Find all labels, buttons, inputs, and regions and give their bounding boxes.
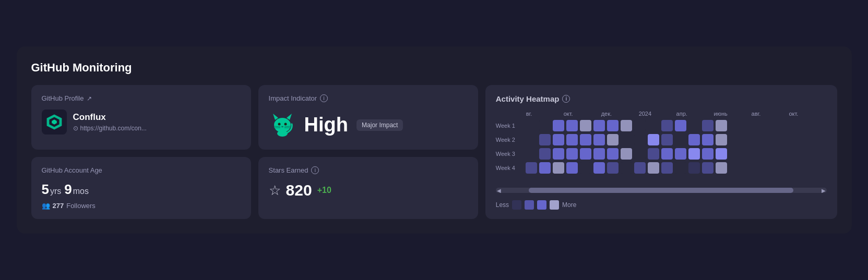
svg-marker-5 [287,114,292,120]
heatmap-month-labels: вг. окт. дек. 2024 апр. июнь авг. окт. [496,111,827,117]
impact-badge: Major Impact [356,119,403,131]
heatmap-cell [607,148,619,160]
heatmap-cell [661,148,673,160]
heatmap-cell [580,162,591,174]
heatmap-info-icon[interactable]: i [562,95,570,103]
scroll-right-arrow-icon[interactable]: ▶ [822,188,826,193]
months-unit: mos [73,187,89,196]
heatmap-cell [634,134,646,145]
github-profile-card: GitHub Profile ↗ Conflux ⊙ https://githu… [31,85,251,150]
heatmap-cell [702,120,714,131]
stars-count: 820 [286,181,312,199]
heatmap-cell [702,148,714,160]
conflux-logo-icon [46,114,63,130]
heatmap-cells-week4 [526,162,827,174]
month-label-1: окт. [564,111,601,117]
month-label-5: июнь [714,111,752,117]
heatmap-row-week1: Week 1 [496,120,827,131]
heatmap-cells-week1 [526,120,827,131]
external-link-icon[interactable]: ↗ [87,95,92,102]
heatmap-cell [526,162,537,174]
legend-cell-3 [537,200,546,210]
months-number: 9 [64,181,72,197]
heatmap-cell [661,162,673,174]
heatmap-cell [648,120,659,131]
heatmap-scrollbar[interactable]: ◀ ▶ [496,188,827,193]
heatmap-cell [566,148,578,160]
impact-info-icon[interactable]: i [320,94,328,102]
heatmap-cell [553,120,564,131]
heatmap-cell [526,134,537,145]
heatmap-cell [688,134,700,145]
heatmap-cell [566,134,578,145]
heatmap-scroll-thumb[interactable] [529,188,793,193]
profile-content: Conflux ⊙ https://github.com/con... [42,109,241,135]
heatmap-cell [539,120,551,131]
heatmap-cell [688,120,700,131]
heatmap-cell [526,148,537,160]
activity-heatmap-card: Activity Heatmap i вг. окт. дек. 2024 ап… [485,85,837,219]
heatmap-cell [634,120,646,131]
heatmap-cell [716,120,727,131]
heatmap-cell [702,162,714,174]
stars-earned-card: Stars Earned i ☆ 820 +10 [258,157,478,219]
impact-indicator-card: Impact Indicator i [258,85,478,150]
impact-content: High Major Impact [269,109,468,140]
svg-point-8 [281,126,283,127]
stars-info-icon[interactable]: i [311,166,319,174]
heatmap-cell [621,120,632,131]
heatmap-cell [593,148,605,160]
heatmap-cell [675,134,686,145]
account-age-value: 5yrs9mos [42,181,241,198]
heatmap-cell [553,148,564,160]
heatmap-cell [553,134,564,145]
heatmap-cell [661,120,673,131]
heatmap-cell [580,120,591,131]
impact-level: High [304,114,348,136]
svg-point-3 [274,118,291,132]
heatmap-cell [688,148,700,160]
profile-url: ⊙ https://github.com/con... [73,125,147,132]
legend-less-label: Less [496,201,509,209]
heatmap-cell [539,162,551,174]
heatmap-rows: Week 1 [496,120,827,182]
heatmap-cell [539,148,551,160]
month-label-0: вг. [526,111,564,117]
svg-point-13 [277,130,288,137]
heatmap-cells-week3 [526,148,827,160]
heatmap-cell [688,162,700,174]
cat-icon [269,109,296,140]
followers-label: Followers [66,202,96,210]
heatmap-cell [580,148,591,160]
age-card-label: GitHub Account Age [42,166,241,174]
week-label-1: Week 1 [496,123,523,129]
heatmap-row-week2: Week 2 [496,134,827,145]
github-cat-icon [269,109,296,137]
heatmap-row-week4: Week 4 [496,162,827,174]
heatmap-cell [716,134,727,145]
heatmap-cell [580,134,591,145]
heatmap-cell [648,134,659,145]
week-label-4: Week 4 [496,165,523,171]
heatmap-cell [621,148,632,160]
legend-cell-2 [525,200,534,210]
week-label-2: Week 2 [496,137,523,143]
profile-name: Conflux [73,112,147,123]
followers-icon: 👥 [42,202,50,210]
heatmap-cell [634,148,646,160]
heatmap-cell [593,120,605,131]
years-unit: yrs [50,187,61,196]
heatmap-cell [716,148,727,160]
stars-card-label: Stars Earned i [269,166,468,174]
month-label-6: авг. [752,111,789,117]
legend-more-label: More [562,201,576,209]
svg-point-7 [284,123,287,126]
heatmap-cell [675,120,686,131]
profile-info: Conflux ⊙ https://github.com/con... [73,112,147,132]
legend-cell-1 [512,200,521,210]
heatmap-cell [621,134,632,145]
heatmap-cell [539,134,551,145]
scroll-left-arrow-icon[interactable]: ◀ [497,188,501,193]
month-label-3: 2024 [639,111,676,117]
github-circle-icon: ⊙ [73,125,78,132]
